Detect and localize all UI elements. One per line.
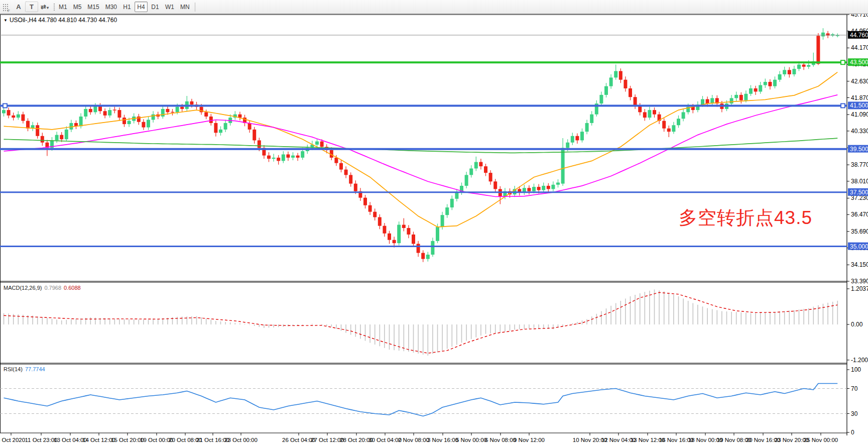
svg-text:11 Oct 23:00: 11 Oct 23:00 [25, 437, 58, 443]
rsi-pane: 10070300 [0, 366, 861, 436]
toolbar-group-grip[interactable] [53, 3, 55, 12]
mt4-window: F A T ⇄▾ M1M5M15M30H1H4D1W1MN 45.71044.9… [0, 0, 868, 446]
price-badge-41.500: 41.500 [848, 101, 868, 109]
text-tool-button[interactable]: T [25, 2, 38, 12]
svg-text:6 Nov 08:00: 6 Nov 08:00 [485, 437, 516, 443]
svg-text:26 Oct 04:00: 26 Oct 04:00 [282, 437, 315, 443]
svg-text:27 Oct 12:00: 27 Oct 12:00 [311, 437, 344, 443]
timeframe-m30-button[interactable]: M30 [103, 2, 119, 12]
svg-text:0: 0 [851, 429, 854, 436]
svg-text:30 Oct 04:00: 30 Oct 04:00 [368, 437, 402, 443]
svg-text:8 Oct 2020: 8 Oct 2020 [0, 437, 25, 443]
rsi-name: RSI(14) [4, 366, 23, 372]
timeframe-h4-button[interactable]: H4 [135, 2, 148, 12]
svg-text:44.170: 44.170 [851, 44, 868, 51]
svg-text:41.500: 41.500 [850, 102, 868, 109]
svg-text:34.150: 34.150 [851, 261, 868, 268]
svg-text:15 Oct 20:00: 15 Oct 20:00 [111, 437, 144, 443]
hline-43.500[interactable] [0, 60, 847, 64]
symbol-dropdown-icon[interactable]: ▼ [4, 18, 8, 23]
svg-text:100: 100 [851, 366, 861, 373]
toolbar-drag-handle-icon[interactable]: F [2, 3, 9, 11]
svg-text:42.630: 42.630 [851, 78, 868, 85]
svg-text:44.760: 44.760 [850, 32, 868, 39]
price-badge-39.500: 39.500 [848, 145, 868, 153]
macd-name: MACD(12,26,9) [4, 285, 42, 291]
toolbar-separator [195, 3, 195, 12]
price-badge-44.760: 44.760 [848, 31, 868, 39]
svg-text:14 Oct 12:00: 14 Oct 12:00 [82, 437, 115, 443]
timeframe-m5-button[interactable]: M5 [71, 2, 84, 12]
svg-text:23 Oct 00:00: 23 Oct 00:00 [224, 437, 258, 443]
dropdown-caret-icon: ▾ [47, 6, 49, 10]
timeframe-button-group: M1M5M15M30H1H4D1W1MN [56, 2, 192, 12]
macd-signal-value: 0.6088 [64, 285, 81, 291]
svg-text:40.330: 40.330 [851, 128, 868, 135]
chart-title: ▼USOil-,H4 44.780 44.810 44.730 44.760 [4, 17, 117, 24]
svg-text:1.2037: 1.2037 [851, 285, 868, 292]
ma-slow-green [4, 138, 838, 153]
turning-point-annotation: 多空转折点43.5 [679, 205, 812, 231]
svg-text:0.00: 0.00 [851, 321, 863, 328]
timeframe-d1-button[interactable]: D1 [149, 2, 162, 12]
svg-text:41.090: 41.090 [851, 111, 868, 118]
time-axis: 8 Oct 202011 Oct 23:0013 Oct 04:0014 Oct… [0, 433, 838, 443]
text-label-tool-button[interactable]: A [12, 2, 25, 12]
svg-text:38.010: 38.010 [851, 178, 868, 185]
svg-text:30: 30 [851, 410, 858, 417]
svg-text:28 Oct 20:00: 28 Oct 20:00 [340, 437, 373, 443]
rsi-value: 77.7744 [25, 366, 45, 372]
svg-text:37.500: 37.500 [850, 189, 868, 196]
timeframe-w1-button[interactable]: W1 [163, 2, 177, 12]
svg-text:9 Nov 12:00: 9 Nov 12:00 [514, 437, 545, 443]
svg-text:70: 70 [851, 385, 858, 392]
svg-text:43.500: 43.500 [850, 59, 868, 66]
toolbar: F A T ⇄▾ M1M5M15M30H1H4D1W1MN [0, 0, 868, 14]
timeframe-m1-button[interactable]: M1 [56, 2, 70, 12]
price-badge-35.000: 35.000 [848, 243, 868, 250]
hline-41.500[interactable] [0, 103, 847, 107]
price-badge-37.500: 37.500 [848, 188, 868, 196]
timeframe-m15-button[interactable]: M15 [85, 2, 101, 12]
svg-text:36.470: 36.470 [851, 211, 868, 218]
timeframe-mn-button[interactable]: MN [178, 2, 192, 12]
svg-text:35.000: 35.000 [850, 243, 868, 250]
svg-text:25 Nov 00:00: 25 Nov 00:00 [804, 437, 838, 443]
macd-main-value: 0.7968 [44, 285, 61, 291]
svg-text:33.390: 33.390 [851, 278, 868, 285]
svg-text:19 Oct 00:00: 19 Oct 00:00 [140, 437, 173, 443]
symbol-period-label: USOil-,H4 [10, 17, 37, 24]
svg-text:13 Oct 04:00: 13 Oct 04:00 [54, 437, 87, 443]
svg-text:3 Nov 16:00: 3 Nov 16:00 [427, 437, 458, 443]
macd-indicator-label: MACD(12,26,9)0.79680.6088 [4, 285, 81, 291]
svg-text:39.500: 39.500 [850, 146, 868, 153]
price-badge-43.500: 43.500 [848, 58, 868, 66]
cycle-arrows-button[interactable]: ⇄▾ [38, 2, 51, 12]
timeframe-h1-button[interactable]: H1 [120, 2, 134, 12]
svg-text:35.690: 35.690 [851, 228, 868, 235]
svg-text:38.770: 38.770 [851, 161, 868, 168]
svg-text:-1.2008: -1.2008 [851, 357, 868, 364]
rsi-indicator-label: RSI(14)77.7744 [4, 366, 45, 372]
cycle-arrows-icon: ⇄ [41, 3, 46, 11]
svg-text:41.870: 41.870 [851, 94, 868, 101]
svg-text:5 Nov 00:00: 5 Nov 00:00 [456, 437, 487, 443]
svg-text:2 Nov 08:00: 2 Nov 08:00 [398, 437, 429, 443]
ohlc-values: 44.780 44.810 44.730 44.760 [38, 17, 117, 24]
macd-pane: 1.20370.00-1.2008 [4, 285, 868, 364]
